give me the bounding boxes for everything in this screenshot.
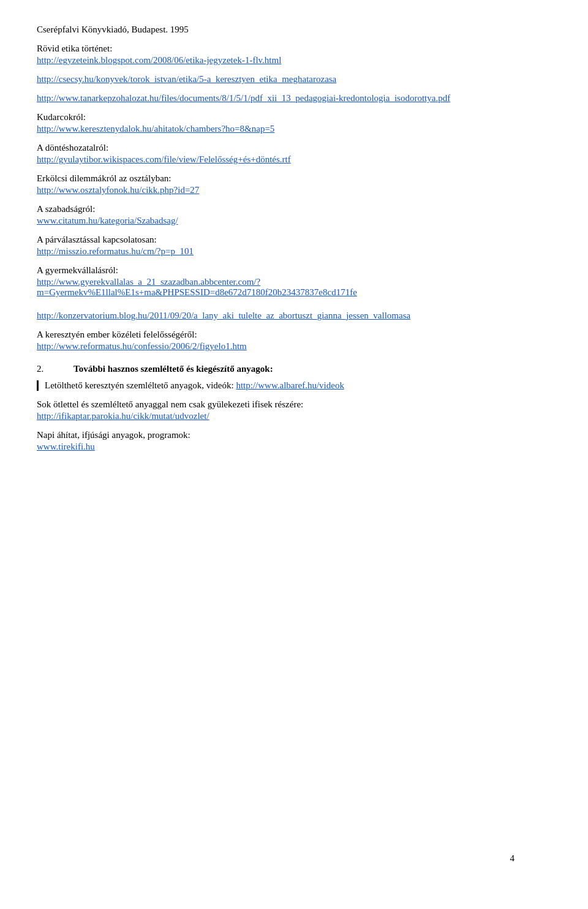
rovid-etika-section: Rövid etika történet: http://egyzeteink.…: [37, 43, 551, 66]
szabadsagrol-link[interactable]: www.citatum.hu/kategoria/Szabadsag/: [37, 216, 551, 226]
parvalasztas-section: A párválasztással kapcsolatosan: http://…: [37, 235, 551, 257]
letoltheto-label-line: Letölthető keresztyén szemléltető anyago…: [45, 380, 551, 391]
szabadsagrol-section: A szabadságról: www.citatum.hu/kategoria…: [37, 204, 551, 226]
donteshozatal-link[interactable]: http://gyulaytibor.wikispaces.com/file/v…: [37, 154, 551, 165]
section2-heading-block: 2. További hasznos szemléltető és kiegés…: [37, 364, 551, 374]
keresztyen-ember-heading: A keresztyén ember közéleti felelősségér…: [37, 330, 551, 340]
keresztyen-ember-link[interactable]: http://www.reformatus.hu/confessio/2006/…: [37, 341, 551, 352]
letoltheto-section: Letölthető keresztyén szemléltető anyago…: [37, 380, 551, 391]
parvalasztas-link[interactable]: http://misszio.reformatus.hu/cm/?p=p_101: [37, 246, 551, 257]
kudarcokrol-link[interactable]: http://www.keresztenydalok.hu/ahitatok/c…: [37, 124, 551, 134]
szabadsagrol-heading: A szabadságról:: [37, 204, 551, 214]
erkolcsi-section: Erkölcsi dilemmákról az osztályban: http…: [37, 173, 551, 195]
letoltheto-label: Letölthető keresztyén szemléltető anyago…: [45, 380, 234, 390]
donteshozatal-heading: A döntéshozatalról:: [37, 143, 551, 153]
sok-otlettel-link[interactable]: http://ifikaptar.parokia.hu/cikk/mutat/u…: [37, 411, 551, 421]
gyermekvallalasrol-section: A gyermekvállalásról: http://www.gyerekv…: [37, 265, 551, 321]
erkolcsi-heading: Erkölcsi dilemmákról az osztályban:: [37, 173, 551, 184]
parvalasztas-heading: A párválasztással kapcsolatosan:: [37, 235, 551, 245]
donteshozatal-section: A döntéshozatalról: http://gyulaytibor.w…: [37, 143, 551, 165]
gyermekvallalasrol-heading: A gyermekvállalásról:: [37, 265, 551, 276]
gyermekvallalasrol-link1[interactable]: http://www.gyerekvallalas_a_21_szazadban…: [37, 277, 551, 298]
napi-ahitat-section: Napi áhítat, ifjúsági anyagok, programok…: [37, 430, 551, 452]
gyermekvallalasrol-link2[interactable]: http://konzervatorium.blog.hu/2011/09/20…: [37, 311, 551, 321]
rovid-etika-heading: Rövid etika történet:: [37, 43, 551, 54]
erkolcsi-link[interactable]: http://www.osztalyfonok.hu/cikk.php?id=2…: [37, 185, 551, 195]
sok-otlettel-section: Sok ötlettel és szemléltető anyaggal nem…: [37, 399, 551, 421]
publisher-line: Cserépfalvi Könyvkiadó, Budapest. 1995: [37, 25, 551, 35]
kudarcokrol-heading: Kudarcokról:: [37, 112, 551, 123]
rovid-etika-link[interactable]: http://egyzeteink.blogspot.com/2008/06/e…: [37, 55, 551, 66]
napi-ahitat-heading: Napi áhítat, ifjúsági anyagok, programok…: [37, 430, 551, 440]
section2-heading: További hasznos szemléltető és kiegészít…: [74, 364, 273, 374]
csecsy-link[interactable]: http://csecsy.hu/konyvek/torok_istvan/et…: [37, 74, 551, 85]
tanarkepzo-link[interactable]: http://www.tanarkepzohalozat.hu/files/do…: [37, 93, 551, 104]
keresztyen-ember-section: A keresztyén ember közéleti felelősségér…: [37, 330, 551, 352]
kudarcokrol-section: Kudarcokról: http://www.keresztenydalok.…: [37, 112, 551, 134]
napi-ahitat-link[interactable]: www.tirekifi.hu: [37, 442, 551, 452]
tanarkepzo-section: http://www.tanarkepzohalozat.hu/files/do…: [37, 93, 551, 104]
csecsy-section: http://csecsy.hu/konyvek/torok_istvan/et…: [37, 74, 551, 85]
letoltheto-link[interactable]: http://www.albaref.hu/videok: [236, 380, 344, 390]
publisher-text: Cserépfalvi Könyvkiadó, Budapest. 1995: [37, 25, 189, 34]
page-number: 4: [510, 853, 515, 864]
section2-number: 2.: [37, 364, 74, 374]
sok-otlettel-heading: Sok ötlettel és szemléltető anyaggal nem…: [37, 399, 551, 410]
